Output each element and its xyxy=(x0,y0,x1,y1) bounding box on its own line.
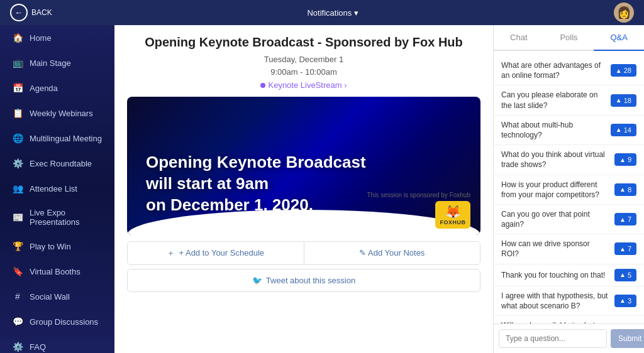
sidebar-label-home: Home xyxy=(30,33,52,43)
upvote-icon: ▲ xyxy=(619,297,626,304)
qa-question-text: What about multi-hub technology? xyxy=(501,120,606,140)
qa-vote-button[interactable]: ▲ 8 xyxy=(614,183,636,196)
qa-vote-button[interactable]: ▲ 14 xyxy=(611,124,636,136)
sidebar-label-play-to-win: Play to Win xyxy=(30,242,71,251)
submit-button[interactable]: Submit xyxy=(611,329,644,348)
attendee-list-icon: 👥 xyxy=(12,183,23,194)
question-input[interactable] xyxy=(499,329,607,348)
sidebar-label-weekly-webinars: Weekly Webinars xyxy=(30,109,93,118)
upvote-icon: ▲ xyxy=(619,271,626,278)
tweet-label: Tweet about this session xyxy=(266,276,355,285)
sidebar-item-social-wall[interactable]: # Social Wall xyxy=(0,284,114,309)
sidebar-item-play-to-win[interactable]: 🏆 Play to Win xyxy=(0,234,114,259)
notifications-label: Notifications xyxy=(307,8,352,18)
tab-qa[interactable]: Q&A xyxy=(594,25,644,51)
sponsor-badge: This session is sponsored by Foxhub 🦊 FO… xyxy=(367,192,470,229)
video-line1: Opening Keynote Broadcast xyxy=(146,153,366,171)
sidebar-item-group-discussions[interactable]: 💬 Group Discussions xyxy=(0,309,114,334)
qa-vote-button[interactable]: ▲ 9 xyxy=(614,153,636,166)
live-expo-icon: 📰 xyxy=(12,212,23,223)
qa-item: How can we drive sponsor ROI? ▲ 7 xyxy=(494,234,644,264)
sidebar-label-exec-roundtable: Exec Roundtable xyxy=(30,159,92,168)
vote-count: 7 xyxy=(628,215,631,223)
qa-question-text: How can we drive sponsor ROI? xyxy=(501,239,609,259)
sidebar-label-live-expo: Live Expo Presentations xyxy=(30,208,104,227)
sidebar-label-social-wall: Social Wall xyxy=(30,292,70,301)
upvote-icon: ▲ xyxy=(616,67,622,74)
sidebar-label-group-discussions: Group Discussions xyxy=(30,317,98,327)
upvote-icon: ▲ xyxy=(616,97,622,104)
vote-count: 8 xyxy=(628,186,631,193)
back-arrow-icon: ← xyxy=(10,4,28,21)
fox-icon: 🦊 xyxy=(445,204,461,219)
video-container: Opening Keynote Broadcast will start at … xyxy=(127,97,480,235)
vote-count: 28 xyxy=(624,67,631,74)
qa-item: Will you be available to chat after? ▲ 2 xyxy=(494,316,644,323)
event-date: Tuesday, December 1 9:00am - 10:00am xyxy=(127,53,480,78)
main-layout: 🏠 Home 📺 Main Stage 📅 Agenda 📋 Weekly We… xyxy=(0,25,644,353)
back-button[interactable]: ← BACK xyxy=(10,4,52,21)
qa-item: Can you please elaborate on the last sli… xyxy=(494,85,644,115)
sidebar-item-agenda[interactable]: 📅 Agenda xyxy=(0,75,114,100)
sidebar-label-attendee-list: Attendee List xyxy=(30,184,77,193)
agenda-icon: 📅 xyxy=(12,82,23,94)
qa-vote-button[interactable]: ▲ 5 xyxy=(614,269,636,281)
qa-item: Can you go over that point again? ▲ 7 xyxy=(494,205,644,234)
chevron-down-icon: ▾ xyxy=(354,8,358,18)
sidebar-item-home[interactable]: 🏠 Home xyxy=(0,25,114,50)
multilingual-meeting-icon: 🌐 xyxy=(12,133,23,144)
sidebar-item-multilingual-meeting[interactable]: 🌐 Multilingual Meeting xyxy=(0,126,114,151)
qa-question-text: I agree with that hypothesis, but what a… xyxy=(501,291,609,311)
sidebar-item-exec-roundtable[interactable]: ⚙️ Exec Roundtable xyxy=(0,151,114,176)
tweet-button[interactable]: 🐦 Tweet about this session xyxy=(127,269,480,292)
event-header: Opening Keynote Broadcast - Sponsored by… xyxy=(114,25,493,97)
qa-vote-button[interactable]: ▲ 7 xyxy=(614,213,636,225)
virtual-booths-icon: 🔖 xyxy=(12,266,23,277)
qa-vote-button[interactable]: ▲ 3 xyxy=(614,295,636,307)
qa-question-text: Can you please elaborate on the last sli… xyxy=(501,90,606,110)
sidebar-item-faq[interactable]: ⚙️ FAQ xyxy=(0,334,114,353)
vote-count: 9 xyxy=(628,156,631,163)
vote-count: 5 xyxy=(628,271,631,279)
upvote-icon: ▲ xyxy=(616,126,622,133)
video-overlay-text: Opening Keynote Broadcast will start at … xyxy=(146,152,366,215)
twitter-icon: 🐦 xyxy=(252,276,262,285)
user-avatar[interactable]: 👩 xyxy=(614,3,634,23)
qa-vote-button[interactable]: ▲ 28 xyxy=(611,64,636,77)
sidebar-item-live-expo[interactable]: 📰 Live Expo Presentations xyxy=(0,201,114,234)
back-label: BACK xyxy=(31,8,52,17)
sidebar-item-attendee-list[interactable]: 👥 Attendee List xyxy=(0,176,114,201)
livestream-dot-icon xyxy=(260,83,265,88)
event-date-text: Tuesday, December 1 xyxy=(264,55,343,64)
sponsor-name: FOXHUB xyxy=(440,219,466,225)
add-notes-button[interactable]: ✎ Add Your Notes xyxy=(304,242,480,264)
sidebar: 🏠 Home 📺 Main Stage 📅 Agenda 📋 Weekly We… xyxy=(0,25,114,353)
sidebar-label-multilingual-meeting: Multilingual Meeting xyxy=(30,134,102,143)
add-to-schedule-button[interactable]: ＋ + Add to Your Schedule xyxy=(128,242,304,264)
qa-vote-button[interactable]: ▲ 18 xyxy=(611,94,636,107)
qa-submit-area: Submit xyxy=(494,323,644,353)
qa-item: What are other advantages of an online f… xyxy=(494,56,644,85)
sidebar-item-weekly-webinars[interactable]: 📋 Weekly Webinars xyxy=(0,100,114,126)
exec-roundtable-icon: ⚙️ xyxy=(12,158,23,169)
event-time-text: 9:00am - 10:00am xyxy=(270,67,337,77)
tab-polls[interactable]: Polls xyxy=(544,25,594,51)
social-wall-icon: # xyxy=(12,291,23,302)
upvote-icon: ▲ xyxy=(619,246,626,253)
qa-vote-button[interactable]: ▲ 7 xyxy=(614,242,636,255)
vote-count: 18 xyxy=(624,97,631,104)
notifications-button[interactable]: Notifications ▾ xyxy=(307,8,358,18)
sponsor-text: This session is sponsored by Foxhub xyxy=(367,192,470,198)
add-notes-label: ✎ Add Your Notes xyxy=(359,248,425,258)
qa-item: I agree with that hypothesis, but what a… xyxy=(494,286,644,316)
sidebar-item-main-stage[interactable]: 📺 Main Stage xyxy=(0,50,114,75)
livestream-label: Keynote LiveStream › xyxy=(268,80,347,90)
livestream-link[interactable]: Keynote LiveStream › xyxy=(260,80,347,90)
vote-count: 14 xyxy=(624,126,631,134)
home-icon: 🏠 xyxy=(12,32,23,43)
qa-question-text: Can you go over that point again? xyxy=(501,209,609,229)
sidebar-label-faq: FAQ xyxy=(30,342,46,352)
sidebar-item-virtual-booths[interactable]: 🔖 Virtual Booths xyxy=(0,259,114,284)
panel-tabs: Chat Polls Q&A xyxy=(494,25,644,51)
tab-chat[interactable]: Chat xyxy=(494,25,544,51)
